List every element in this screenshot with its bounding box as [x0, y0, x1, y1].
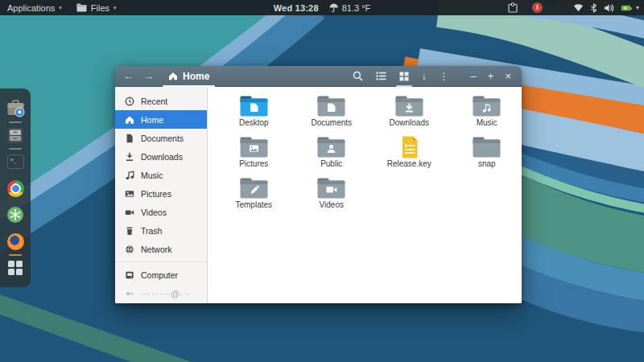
file-label: snap	[478, 159, 496, 169]
music-note-icon	[125, 171, 134, 180]
back-button[interactable]: ←	[118, 66, 138, 87]
files-appmenu-label: Files	[91, 3, 109, 13]
tray-icon[interactable]	[505, 0, 521, 15]
minimize-button[interactable]: –	[468, 66, 480, 87]
file-item-downloads[interactable]: Downloads	[370, 91, 448, 132]
list-view-button[interactable]	[372, 66, 390, 87]
places-sidebar: Recent Home Documents Downloads Music	[115, 87, 208, 303]
search-button[interactable]	[349, 66, 367, 87]
files-appmenu[interactable]: Files ▾	[69, 0, 124, 15]
app-grid-icon	[8, 261, 23, 275]
file-label: Videos	[320, 200, 344, 210]
trash-can-icon	[125, 226, 134, 236]
sidebar-item-label: Videos	[141, 208, 167, 217]
file-item-videos[interactable]: Videos	[293, 173, 371, 214]
dock-item-file-cabinet[interactable]	[6, 125, 25, 145]
path-button-label: Home	[183, 71, 209, 82]
running-indicator	[9, 121, 22, 123]
file-label: Downloads	[390, 118, 429, 128]
file-item-desktop[interactable]: Desktop	[215, 91, 293, 132]
download-progress-button[interactable]: ↓	[418, 66, 431, 87]
forward-button[interactable]: →	[138, 66, 159, 87]
sidebar-item-videos[interactable]: Videos	[115, 203, 207, 221]
sidebar-item-music[interactable]: Music	[115, 166, 207, 184]
sidebar-item-label: Network	[141, 245, 172, 254]
file-label: Pictures	[239, 159, 268, 169]
sidebar-item-label: Pictures	[141, 189, 171, 199]
temperature-label: 81.3 °F	[342, 3, 371, 13]
maximize-button[interactable]: +	[485, 66, 497, 87]
file-label: Templates	[235, 200, 272, 210]
umbrella-icon	[329, 3, 339, 13]
running-indicator	[9, 254, 22, 256]
sidebar-item-network[interactable]: Network	[115, 240, 207, 258]
dock-item-show-applications[interactable]	[6, 258, 25, 278]
sidebar-item-label: Recent	[141, 97, 167, 106]
home-icon	[125, 115, 134, 125]
sidebar-item-label: Documents	[141, 134, 184, 143]
chevron-down-icon: ▾	[114, 5, 117, 10]
sidebar-item-label: Computer	[141, 270, 178, 280]
terminal-prompt-glyph: >_	[10, 158, 17, 163]
file-item-snap[interactable]: snap	[448, 132, 522, 173]
chrome-icon	[7, 180, 24, 197]
file-label: Release.key	[387, 159, 431, 169]
sidebar-item-recent[interactable]: Recent	[115, 92, 207, 110]
file-label: Documents	[311, 118, 352, 128]
dock-item-chrome[interactable]	[6, 179, 25, 198]
clock-icon	[125, 97, 134, 106]
dock-item-terminal[interactable]: >_	[6, 152, 25, 171]
system-menu-chevron-icon[interactable]: ▾	[634, 4, 639, 11]
sidebar-item-trash[interactable]: Trash	[115, 221, 207, 240]
running-indicator	[9, 148, 22, 150]
file-label: Desktop	[239, 118, 269, 128]
path-button-home[interactable]: Home	[159, 66, 219, 87]
volume-icon[interactable]	[601, 0, 617, 15]
file-item-public[interactable]: Public	[293, 132, 371, 173]
file-item-release-key[interactable]: Release.key	[370, 132, 448, 173]
sidebar-item-label: Trash	[141, 226, 162, 236]
chevron-down-icon: ▾	[59, 5, 62, 10]
dock-item-firefox[interactable]	[6, 232, 25, 251]
file-item-music[interactable]: Music	[448, 91, 522, 132]
sidebar-item-home[interactable]: Home	[115, 110, 207, 129]
sidebar-item-label: ··· ·· ····@· ··	[141, 289, 190, 298]
picture-icon	[125, 189, 134, 199]
file-item-templates[interactable]: Templates	[215, 173, 293, 214]
grid-view-button[interactable]	[395, 66, 413, 87]
download-arrow-icon	[125, 152, 134, 162]
clock[interactable]: Wed 13:28	[274, 3, 319, 13]
home-icon	[168, 72, 178, 80]
sidebar-item-downloads[interactable]: Downloads	[115, 147, 207, 166]
computer-icon	[125, 270, 134, 280]
sidebar-separator	[115, 261, 207, 262]
alert-badge[interactable]: !	[532, 2, 543, 13]
applications-menu[interactable]: Applications ▾	[0, 0, 69, 15]
sidebar-item-remote-partial[interactable]: ··· ·· ····@· ··	[115, 284, 207, 302]
dock-item-software-updater[interactable]	[6, 99, 25, 118]
sidebar-item-label: Downloads	[141, 152, 183, 162]
file-label: Music	[477, 118, 497, 128]
titlebar[interactable]: ← → Home ↓ ⋮ –	[115, 66, 522, 87]
dock-item-app-center[interactable]	[6, 205, 25, 224]
bluetooth-icon[interactable]	[587, 0, 601, 15]
document-icon	[125, 134, 134, 143]
file-item-pictures[interactable]: Pictures	[215, 132, 293, 173]
battery-icon[interactable]	[617, 0, 634, 15]
wifi-icon[interactable]	[570, 0, 587, 15]
weather-indicator[interactable]: 81.3 °F	[329, 3, 371, 13]
sidebar-item-label: Home	[141, 115, 163, 125]
remote-location-icon	[125, 289, 134, 298]
dock: >_	[0, 88, 31, 287]
menu-kebab-button[interactable]: ⋮	[436, 66, 453, 87]
sidebar-item-documents[interactable]: Documents	[115, 129, 207, 147]
sidebar-item-pictures[interactable]: Pictures	[115, 184, 207, 203]
file-label: Public	[320, 159, 342, 169]
close-button[interactable]: ×	[502, 66, 514, 87]
firefox-icon	[7, 233, 24, 250]
file-item-documents[interactable]: Documents	[293, 91, 371, 132]
network-globe-icon	[125, 245, 134, 254]
sidebar-item-computer[interactable]: Computer	[115, 265, 207, 284]
video-camera-icon	[125, 208, 134, 217]
desktop: Applications ▾ Files ▾ Wed 13:28 81.3 °F	[0, 0, 644, 362]
